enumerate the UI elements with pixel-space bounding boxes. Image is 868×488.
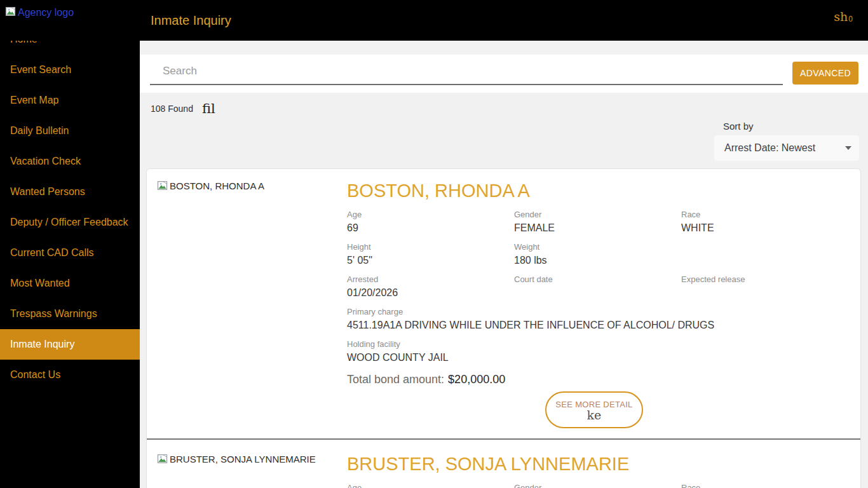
inmate-field-grid: Age33GenderFEMALERaceBLACK [347, 483, 841, 488]
results-section: 108 Found fil Sort by Arrest Date: Newes… [140, 93, 868, 488]
sidebar-item-deputy-officer-feedback[interactable]: Deputy / Officer Feedback [0, 207, 140, 238]
broken-image-icon [157, 454, 168, 464]
sidebar-item-contact-us[interactable]: Contact Us [0, 360, 140, 390]
field-value: 69 [347, 222, 514, 234]
page-title: Inmate Inquiry [151, 0, 231, 41]
inmate-field: Court date [514, 274, 681, 299]
sidebar-item-trespass-warnings[interactable]: Trespass Warnings [0, 299, 140, 329]
field-label: Primary charge [347, 307, 841, 317]
field-label: Race [681, 483, 841, 488]
field-label: Height [347, 242, 514, 252]
field-label: Age [347, 210, 514, 220]
inmate-photo-broken[interactable]: BRUSTER, SONJA LYNNEMARIE [157, 454, 316, 464]
field-label: Weight [514, 242, 681, 252]
sidebar-item-event-map[interactable]: Event Map [0, 85, 140, 116]
sort-by-label: Sort by [723, 121, 859, 132]
field-label: Age [347, 483, 514, 488]
inmate-field: Weight180 lbs [514, 242, 681, 266]
dropdown-arrow-icon [845, 146, 851, 150]
field-label: Expected release [681, 274, 841, 285]
inmate-field: GenderFEMALE [514, 210, 681, 234]
inmate-card: BOSTON, RHONDA ABOSTON, RHONDA AAge69Gen… [147, 169, 860, 440]
field-value [681, 287, 841, 299]
sidebar-item-wanted-persons[interactable]: Wanted Persons [0, 177, 140, 207]
sidebar-item-current-cad-calls[interactable]: Current CAD Calls [0, 238, 140, 268]
inmate-field: RaceWHITE [681, 210, 841, 234]
search-input[interactable] [150, 58, 783, 85]
field-label: Court date [514, 274, 681, 285]
results-count-row: 108 Found fil [151, 101, 215, 116]
field-value: 180 lbs [514, 254, 681, 266]
sidebar-item-event-search[interactable]: Event Search [0, 55, 140, 85]
agency-logo-alt-text: Agency logo [18, 7, 74, 18]
inmate-name-link[interactable]: BOSTON, RHONDA A [347, 180, 841, 201]
field-label: Gender [514, 210, 681, 220]
sidebar-item-inmate-inquiry[interactable]: Inmate Inquiry [0, 329, 140, 360]
inmate-list: BOSTON, RHONDA ABOSTON, RHONDA AAge69Gen… [146, 168, 861, 488]
broken-image-icon [5, 6, 16, 17]
advanced-search-button[interactable]: ADVANCED [792, 62, 858, 85]
inmate-field: GenderFEMALE [514, 483, 681, 488]
cart-button[interactable]: sh 0 [834, 10, 853, 24]
results-count: 108 Found [151, 104, 193, 114]
field-value: 4511.19A1A DRIVING WHILE UNDER THE INFLU… [347, 319, 841, 331]
inmate-name-link[interactable]: BRUSTER, SONJA LYNNEMARIE [347, 454, 841, 475]
field-label: Race [681, 210, 841, 220]
inmate-photo-broken[interactable]: BOSTON, RHONDA A [157, 180, 264, 191]
search-bar-section: ADVANCED [140, 55, 868, 93]
main-content: ADVANCED 108 Found fil Sort by Arrest Da… [140, 41, 868, 488]
field-value: 5' 05" [347, 254, 514, 266]
inmate-details: BRUSTER, SONJA LYNNEMARIEAge33GenderFEMA… [347, 454, 841, 488]
sidebar: HomeEvent SearchEvent MapDaily BulletinV… [0, 0, 140, 488]
bond-amount-row: Total bond amount:$20,000.00 [347, 373, 841, 386]
inmate-field: RaceBLACK [681, 483, 841, 488]
inmate-card: BRUSTER, SONJA LYNNEMARIEBRUSTER, SONJA … [147, 440, 860, 488]
inmate-field-grid: Age69GenderFEMALERaceWHITEHeight5' 05"We… [347, 210, 841, 363]
inmate-field: Expected release [681, 274, 841, 299]
broken-image-icon [157, 180, 168, 191]
sidebar-item-vacation-check[interactable]: Vacation Check [0, 146, 140, 177]
inmate-field: Arrested01/20/2026 [347, 274, 514, 299]
inmate-field: Height5' 05" [347, 242, 514, 266]
field-label: Holding facility [347, 339, 841, 349]
agency-logo-link[interactable]: Agency logo [5, 6, 74, 19]
field-label: Gender [514, 483, 681, 488]
sort-selected-value: Arrest Date: Newest [724, 142, 815, 154]
field-value: WHITE [681, 222, 841, 234]
inmate-field [681, 242, 841, 266]
sidebar-item-daily-bulletin[interactable]: Daily Bulletin [0, 116, 140, 146]
field-value: 01/20/2026 [347, 287, 514, 299]
sidebar-item-most-wanted[interactable]: Most Wanted [0, 268, 140, 299]
inmate-field: Age69 [347, 210, 514, 234]
cart-count-badge: 0 [848, 15, 853, 24]
inmate-details: BOSTON, RHONDA AAge69GenderFEMALERaceWHI… [347, 180, 841, 428]
keyboard-arrow-icon: ke [587, 409, 602, 421]
field-value [681, 244, 841, 256]
top-header-bar: Agency logo Inmate Inquiry sh 0 [0, 0, 868, 41]
see-more-detail-label: SEE MORE DETAIL [555, 400, 632, 409]
filter-list-icon[interactable]: fil [202, 101, 215, 116]
inmate-field: Age33 [347, 483, 514, 488]
bond-label: Total bond amount: [347, 373, 444, 386]
inmate-field-wide: Holding facilityWOOD COUNTY JAIL [347, 339, 841, 363]
shopping-cart-icon: sh [834, 10, 848, 24]
logo-broken-image-holder [5, 6, 16, 19]
bond-value: $20,000.00 [448, 373, 505, 386]
see-more-detail-button[interactable]: SEE MORE DETAILke [545, 391, 643, 428]
inmate-field-wide: Primary charge4511.19A1A DRIVING WHILE U… [347, 307, 841, 331]
field-value: WOOD COUNTY JAIL [347, 351, 841, 363]
field-value: FEMALE [514, 222, 681, 234]
sort-select[interactable]: Arrest Date: Newest [714, 135, 859, 161]
field-value [514, 287, 681, 299]
sort-control: Sort by Arrest Date: Newest [714, 121, 859, 161]
sidebar-nav: HomeEvent SearchEvent MapDaily BulletinV… [0, 24, 140, 390]
inmate-photo-alt-text: BRUSTER, SONJA LYNNEMARIE [170, 454, 316, 464]
field-label: Arrested [347, 274, 514, 285]
inmate-photo-alt-text: BOSTON, RHONDA A [170, 180, 264, 191]
